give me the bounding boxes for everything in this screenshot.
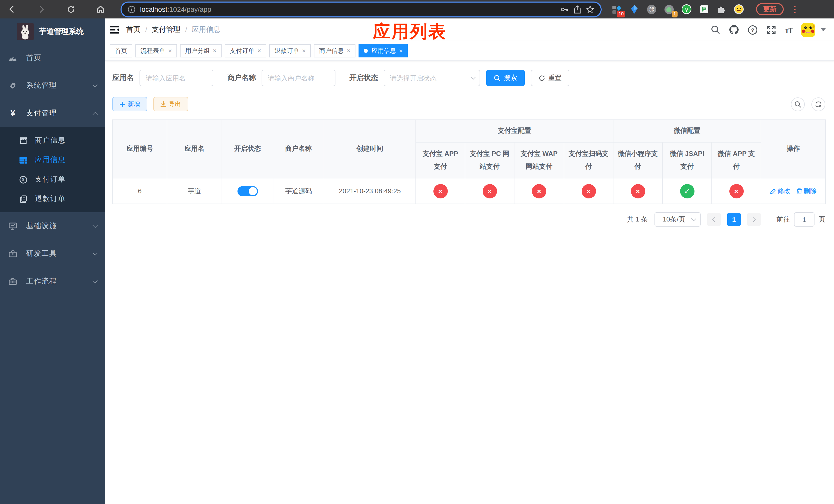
add-button[interactable]: 新增 [112,97,147,111]
tab-merchant-info[interactable]: 商户信息 [314,44,355,58]
cell-app-name: 芋道 [167,178,222,204]
goto-page: 前往 页 [776,212,825,227]
sidebar-item-merchant-info[interactable]: 商户信息 [0,131,105,150]
refresh-icon [815,101,822,108]
extension-kite-icon[interactable] [629,4,639,14]
url-bar[interactable]: localhost:1024/pay/app [122,2,601,16]
page-size-select[interactable]: 10条/页 [655,212,701,227]
close-icon[interactable] [347,47,350,54]
close-icon[interactable] [302,47,306,54]
sidebar-item-devtools[interactable]: 研发工具 [0,240,105,268]
close-icon[interactable] [258,47,261,54]
site-info-icon[interactable] [128,5,135,13]
refresh-icon [539,75,545,81]
merchant-name-input[interactable] [262,70,335,86]
sidebar-item-app-info[interactable]: 应用信息 [0,150,105,170]
extension-yudao-icon[interactable]: y [682,4,692,14]
export-button[interactable]: 导出 [153,97,188,111]
search-button[interactable]: 搜索 [486,70,525,86]
close-icon[interactable] [168,47,172,54]
browser-toolbar: localhost:1024/pay/app 10 ⌘ [0,0,834,19]
reset-button[interactable]: 重置 [531,70,569,86]
sidebar-item-pay-orders[interactable]: ¥ 支付订单 [0,170,105,189]
show-search-toggle-button[interactable] [791,97,805,111]
sidebar-item-infra[interactable]: 基础设施 [0,212,105,240]
extension-command-icon[interactable]: ⌘ [647,4,657,14]
forward-icon[interactable] [37,5,46,14]
search-icon[interactable] [711,25,720,35]
cell-merchant: 芋道源码 [273,178,324,204]
sidebar-item-label: 支付订单 [35,175,66,184]
home-icon[interactable] [96,5,105,14]
current-page-button[interactable]: 1 [727,213,741,226]
browser-nav-buttons [7,5,105,14]
breadcrumb-home[interactable]: 首页 [126,25,140,35]
font-size-icon[interactable]: тT [785,25,792,34]
status-label: 开启状态 [349,73,378,83]
avatar[interactable] [801,23,815,37]
edit-pencil-icon [770,188,776,194]
col-app-id: 应用编号 [113,120,167,178]
help-icon[interactable]: ? [748,25,758,35]
store-icon [20,137,27,144]
breadcrumb-section[interactable]: 支付管理 [152,25,180,35]
search-button-label: 搜索 [504,73,517,83]
sidebar: 芋道管理系统 首页 系统管理 ¥ [0,19,105,504]
close-icon[interactable] [399,47,403,54]
password-key-icon[interactable] [560,5,569,14]
tab-refund-order[interactable]: 退款订单 [269,44,311,58]
col-status: 开启状态 [222,120,273,178]
fullscreen-icon[interactable] [767,25,776,35]
prev-page-button[interactable] [707,213,721,226]
pagination: 共 1 条 10条/页 1 前往 页 [112,212,825,227]
extensions-puzzle-icon[interactable] [717,4,726,14]
app-name-input[interactable] [139,70,213,86]
status-select-input[interactable] [384,70,480,86]
delete-link[interactable]: 删除 [796,186,817,196]
sidebar-item-label: 基础设施 [26,222,84,231]
tab-process-form[interactable]: 流程表单 [135,44,177,58]
sidebar-logo[interactable]: 芋道管理系统 [0,19,105,44]
close-icon[interactable] [213,47,216,54]
sidebar-item-home[interactable]: 首页 [0,44,105,72]
tab-label: 商户信息 [319,46,344,55]
extension-emoji-icon[interactable] [734,4,744,14]
browser-update-button[interactable]: 更新 [756,3,784,15]
tab-label: 流程表单 [140,46,165,55]
github-icon[interactable] [729,25,739,35]
extension-apps-icon[interactable]: 10 [612,4,622,14]
goto-page-input[interactable] [794,212,814,227]
tab-user-group[interactable]: 用户分组 [180,44,222,58]
refresh-table-button[interactable] [811,97,825,111]
sidebar-collapse-icon[interactable] [110,26,119,33]
tab-pay-order[interactable]: 支付订单 [225,44,266,58]
chevron-down-icon [691,216,696,221]
status-x-icon: × [433,184,447,198]
table-row: 6 芋道 芋道源码 2021-10-23 08:49:25 × × × × × [113,178,826,204]
next-page-button[interactable] [747,213,761,226]
cell-wx-jsapi: ✓ [662,178,712,204]
share-icon[interactable] [573,5,581,14]
bookmark-star-icon[interactable] [586,5,594,14]
avatar-dropdown-caret[interactable] [821,28,826,31]
extension-proxy-icon[interactable]: 1 [664,4,674,14]
sidebar-item-pay[interactable]: ¥ 支付管理 [0,99,105,127]
status-select[interactable] [384,70,480,86]
sidebar-item-label: 商户信息 [35,136,66,145]
sidebar-item-system[interactable]: 系统管理 [0,72,105,99]
screen: localhost:1024/pay/app 10 ⌘ [0,0,834,504]
extension-notes-icon[interactable] [699,4,709,14]
sidebar-item-workflow[interactable]: 工作流程 [0,268,105,295]
apps-table: 应用编号 应用名 开启状态 商户名称 创建时间 支付宝配置 微信配置 操作 支付… [112,119,826,204]
status-toggle[interactable] [237,186,258,196]
reload-icon[interactable] [67,5,75,14]
tab-app-info[interactable]: 应用信息 [358,44,408,58]
tab-home[interactable]: 首页 [110,44,132,58]
sidebar-item-refund-orders[interactable]: 退款订单 [0,189,105,209]
svg-text:⌘: ⌘ [649,6,655,13]
browser-menu-icon[interactable] [794,5,795,13]
url-text[interactable]: localhost:1024/pay/app [140,5,555,13]
cell-alipay-pc: × [465,178,514,204]
edit-link[interactable]: 修改 [770,186,791,196]
back-icon[interactable] [7,5,16,14]
